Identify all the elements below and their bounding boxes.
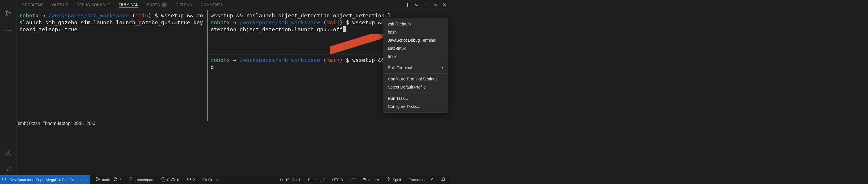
overflow-icon[interactable] xyxy=(4,27,12,34)
svg-point-9 xyxy=(426,4,427,5)
svg-point-0 xyxy=(6,10,7,11)
git-branch-status[interactable]: main * xyxy=(94,175,123,184)
menu-item-configure-tasks[interactable]: Configure Tasks... xyxy=(383,102,448,111)
svg-point-4 xyxy=(7,30,8,31)
bell-icon xyxy=(441,177,445,182)
menu-item-select-default-profile[interactable]: Select Default Profile xyxy=(383,83,448,91)
encoding-status[interactable]: UTF-8 xyxy=(330,178,344,182)
sparkle-icon xyxy=(386,177,391,182)
notifications-status[interactable] xyxy=(439,177,447,182)
menu-item-label: Split Terminal xyxy=(388,65,412,70)
settings-gear-icon[interactable] xyxy=(4,166,12,174)
svg-point-14 xyxy=(97,180,97,181)
menu-item-smb-tmux[interactable]: smb-tmux xyxy=(383,44,448,52)
svg-point-7 xyxy=(7,169,9,171)
menu-item-label: JavaScript Debug Terminal xyxy=(388,38,436,42)
menu-separator xyxy=(383,62,448,62)
launchpad-status[interactable]: Launchpad xyxy=(127,175,155,184)
menu-item-run-task[interactable]: Run Task... xyxy=(383,94,448,102)
panel-maximize-icon[interactable] xyxy=(433,2,438,7)
formatting-status[interactable]: Formatting: xyxy=(407,177,435,182)
menu-separator xyxy=(383,73,448,73)
menu-item-zsh-default[interactable]: zsh (Default) xyxy=(383,20,448,28)
menu-item-javascript-debug-terminal[interactable]: JavaScript Debug Terminal xyxy=(383,36,448,44)
terminal-pane-left[interactable]: robotx → /workspaces/smb_workspace (main… xyxy=(17,10,207,121)
panel-tab-ports[interactable]: PORTS2 xyxy=(147,1,167,8)
eye-off-icon xyxy=(362,177,367,182)
error-icon: × xyxy=(161,177,165,182)
spell-status[interactable]: Spell xyxy=(385,177,403,182)
formatting-label: Formatting: xyxy=(408,178,428,182)
status-bar: Dev Container: SuperMegaBot Dev Containe… xyxy=(0,175,450,184)
tmux-status-right: "boom-laptop" 09:01 20-J xyxy=(43,121,95,126)
remote-indicator[interactable]: Dev Container: SuperMegaBot Dev Containe… xyxy=(0,175,90,184)
panel-tab-bar: PROBLEMSOUTPUTDEBUG CONSOLETERMINALPORTS… xyxy=(17,0,450,10)
tab-badge: 2 xyxy=(162,2,167,7)
panel-overflow-icon[interactable] xyxy=(424,2,429,7)
menu-item-label: tmux xyxy=(388,54,397,59)
sync-icon xyxy=(113,177,118,182)
diagnostics-status[interactable]: × 0 0 xyxy=(159,175,181,184)
ports-status[interactable]: 2 xyxy=(185,175,197,184)
spell-label: Spell xyxy=(393,178,401,182)
menu-item-bash[interactable]: bash xyxy=(383,28,448,36)
account-icon[interactable] xyxy=(4,149,12,156)
svg-point-13 xyxy=(97,177,97,178)
radio-icon xyxy=(187,177,191,182)
panel-tab-output[interactable]: OUTPUT xyxy=(52,2,68,8)
menu-item-configure-terminal-settings[interactable]: Configure Terminal Settings xyxy=(383,75,448,83)
remote-icon xyxy=(2,177,6,182)
warning-icon xyxy=(171,177,175,182)
menu-item-tmux[interactable]: tmux xyxy=(383,52,448,60)
panel-actions xyxy=(405,2,447,7)
menu-item-label: Select Default Profile xyxy=(388,85,426,89)
svg-point-5 xyxy=(10,30,11,31)
menu-item-label: zsh (Default) xyxy=(388,22,411,26)
terminal-area: robotx → /workspaces/smb_workspace (main… xyxy=(17,10,450,175)
eol: LF xyxy=(350,178,354,182)
launchpad-label: Launchpad xyxy=(135,178,153,182)
source-control-icon[interactable] xyxy=(4,9,12,17)
menu-item-label: smb-tmux xyxy=(388,46,405,51)
cursor-position: Ln 10, Col 1 xyxy=(280,178,301,182)
svg-point-3 xyxy=(5,30,6,31)
launch-profile-chevron-icon[interactable] xyxy=(414,2,420,7)
branch-icon xyxy=(96,177,100,182)
panel-tab-problems[interactable]: PROBLEMS xyxy=(22,2,43,8)
new-terminal-button[interactable] xyxy=(405,2,410,7)
svg-point-1 xyxy=(6,14,7,16)
svg-point-16 xyxy=(189,179,189,180)
menu-item-label: Configure Tasks... xyxy=(388,104,420,109)
cursor-position-status[interactable]: Ln 10, Col 1 xyxy=(279,178,302,182)
svg-point-17 xyxy=(364,179,365,180)
rocket-icon xyxy=(129,177,133,182)
menu-item-split-terminal[interactable]: Split Terminal xyxy=(383,64,448,72)
terminal-profile-menu: zsh (Default)bashJavaScript Debug Termin… xyxy=(383,18,448,113)
panel-tab-comments[interactable]: COMMENTS xyxy=(201,2,223,8)
branch-name: main xyxy=(102,178,110,182)
panel-tab-gitlens[interactable]: GITLENS xyxy=(176,2,192,8)
panel-tab-terminal[interactable]: TERMINAL xyxy=(119,2,138,8)
remote-label: Dev Container: SuperMegaBot Dev Containe… xyxy=(9,178,88,182)
svg-point-10 xyxy=(427,4,428,5)
menu-item-label: Configure Terminal Settings xyxy=(388,77,438,81)
error-count: 0 xyxy=(167,178,169,182)
ports-count: 2 xyxy=(193,178,195,182)
indentation: Spaces: 2 xyxy=(308,178,325,182)
warning-count: 0 xyxy=(177,178,179,182)
gitignore-status[interactable]: Ignore xyxy=(361,177,381,182)
check-icon xyxy=(429,177,434,182)
panel-close-icon[interactable] xyxy=(442,2,447,7)
svg-point-8 xyxy=(424,4,425,5)
menu-item-label: Run Task... xyxy=(388,96,408,101)
tmux-status-left: [smb] 0:zsh* xyxy=(17,121,42,126)
menu-separator xyxy=(383,93,448,93)
git-graph-status[interactable]: Git Graph xyxy=(201,175,220,184)
eol-status[interactable]: LF xyxy=(348,178,356,182)
git-graph-label: Git Graph xyxy=(203,178,219,182)
menu-item-label: bash xyxy=(388,30,397,34)
panel-tab-debug-console[interactable]: DEBUG CONSOLE xyxy=(76,2,110,8)
activity-bar xyxy=(0,0,17,175)
tmux-status-bar: [smb] 0:zsh* "boom-laptop" 09:01 20-J xyxy=(17,121,207,175)
indentation-status[interactable]: Spaces: 2 xyxy=(306,178,327,182)
